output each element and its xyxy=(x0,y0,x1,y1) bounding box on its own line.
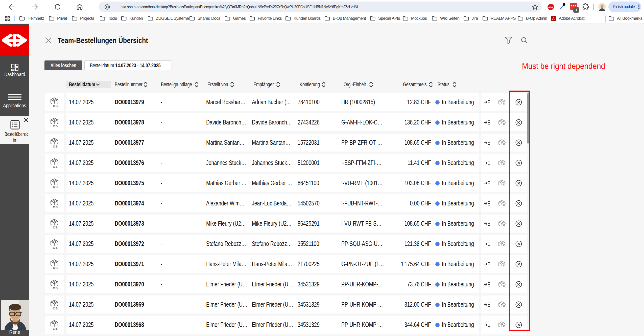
svg-text:CB: CB xyxy=(53,266,58,269)
svg-text:CB: CB xyxy=(53,165,58,168)
svg-text:CB: CB xyxy=(53,185,58,188)
svg-text:CB: CB xyxy=(53,287,58,290)
svg-text:CB: CB xyxy=(53,206,58,209)
svg-text:CB: CB xyxy=(53,125,58,128)
svg-text:CB: CB xyxy=(53,246,58,249)
svg-text:ABP: ABP xyxy=(548,6,554,9)
svg-text:CB: CB xyxy=(53,226,58,229)
svg-text:CB: CB xyxy=(53,104,58,108)
svg-text:CB: CB xyxy=(53,145,58,148)
svg-text:CB: CB xyxy=(53,307,58,310)
svg-text:CB: CB xyxy=(53,327,58,330)
svg-text:A: A xyxy=(552,17,555,20)
